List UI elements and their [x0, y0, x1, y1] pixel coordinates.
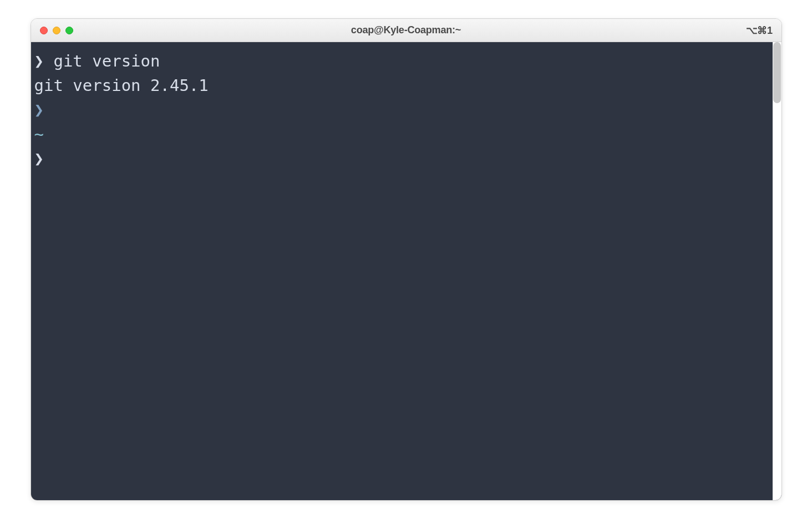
terminal-prompt-line: ❯ — [34, 146, 781, 171]
terminal-line: ~ — [34, 122, 781, 146]
prompt-cursor-area[interactable] — [44, 149, 53, 168]
titlebar[interactable]: coap@Kyle-Coapman:~ ⌥⌘1 — [31, 19, 781, 42]
cursor-mark: ❯ — [34, 100, 44, 119]
scrollbar-track[interactable] — [773, 42, 781, 500]
terminal-content[interactable]: ❯ git versiongit version 2.45.1❯~❯ — [31, 42, 781, 171]
window-shortcut-indicator: ⌥⌘1 — [746, 24, 773, 37]
prompt-symbol: ❯ — [34, 52, 44, 70]
terminal-line: ❯ — [34, 98, 781, 122]
scrollbar-thumb[interactable] — [773, 42, 781, 103]
minimize-button[interactable] — [53, 27, 60, 34]
terminal-output-line: git version 2.45.1 — [34, 73, 781, 98]
tilde-path: ~ — [34, 125, 44, 144]
traffic-lights — [40, 27, 73, 34]
prompt-symbol: ❯ — [34, 149, 44, 168]
close-button[interactable] — [40, 27, 48, 34]
terminal-body[interactable]: ❯ git versiongit version 2.45.1❯~❯ — [31, 42, 781, 500]
terminal-line: ❯ git version — [34, 49, 781, 73]
command-text: git version — [44, 52, 160, 70]
window-title: coap@Kyle-Coapman:~ — [40, 24, 773, 36]
terminal-window: coap@Kyle-Coapman:~ ⌥⌘1 ❯ git versiongit… — [31, 18, 782, 501]
maximize-button[interactable] — [65, 27, 73, 34]
